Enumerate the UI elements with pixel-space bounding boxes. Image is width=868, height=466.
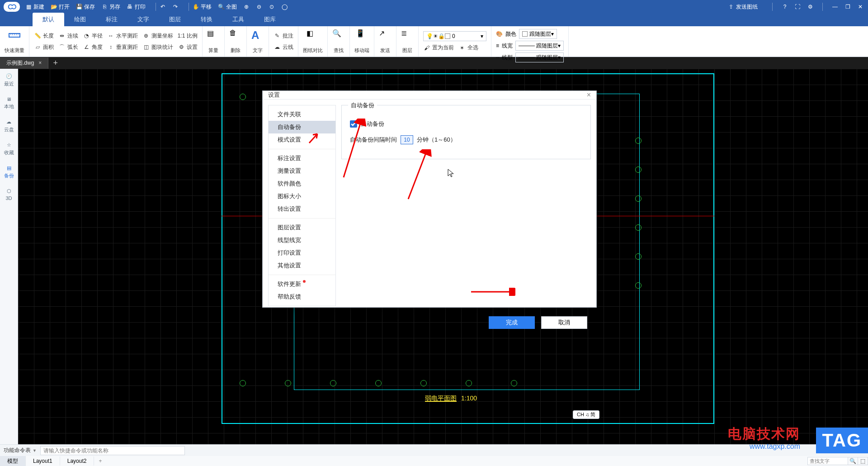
- nav-backup[interactable]: ▤备份: [4, 161, 14, 184]
- tab-default[interactable]: 默认: [33, 13, 64, 26]
- calc-button[interactable]: ▤算量: [203, 26, 225, 57]
- redo-button[interactable]: ↷: [172, 4, 179, 10]
- anno-button[interactable]: ✎批注: [274, 32, 293, 40]
- minimize-button[interactable]: —: [831, 3, 839, 11]
- tab-convert[interactable]: 转换: [191, 13, 222, 26]
- file-tab[interactable]: 示例图.dwg×: [0, 57, 48, 69]
- arc-button[interactable]: ⌒弧长: [58, 43, 78, 51]
- sidebar-item-autobackup[interactable]: 自动备份: [269, 121, 335, 133]
- save-button[interactable]: 💾保存: [76, 3, 95, 11]
- cancel-button[interactable]: 取消: [541, 316, 587, 329]
- search-icon: 🔍: [332, 29, 345, 42]
- find-text-button[interactable]: 🔍: [848, 457, 858, 465]
- cloud-button[interactable]: ☁云线: [274, 43, 293, 51]
- fullscreen-button[interactable]: ⛶: [793, 3, 802, 11]
- autobackup-checkbox[interactable]: [350, 120, 357, 128]
- quick-measure-button[interactable]: 快速测量: [0, 26, 29, 57]
- scale-button[interactable]: 1:1比例: [178, 32, 198, 40]
- undo-button[interactable]: ↶: [160, 4, 166, 10]
- send-drawing-button[interactable]: ⇪发送图纸: [728, 3, 758, 11]
- area-button[interactable]: ▱面积: [34, 43, 54, 51]
- print-button[interactable]: 🖶打印: [127, 3, 146, 11]
- length-button[interactable]: 📏长度: [34, 32, 54, 40]
- nav-recent[interactable]: 🕘最近: [4, 69, 14, 92]
- command-input[interactable]: [40, 446, 185, 455]
- vdist-button[interactable]: ↕垂直测距: [107, 43, 138, 51]
- tab-text[interactable]: 文字: [127, 13, 159, 26]
- sidebar-item-ltlw[interactable]: 线型线宽: [269, 234, 335, 247]
- nav-local[interactable]: 🖥本地: [4, 92, 14, 114]
- nav-cloud[interactable]: ☁云盘: [4, 114, 14, 138]
- sidebar-item-color[interactable]: 软件颜色: [269, 177, 335, 190]
- monitor-icon: 🖥: [6, 96, 11, 102]
- saveas-button[interactable]: ⎘另存: [101, 3, 120, 11]
- compare-button[interactable]: ◧图纸对比: [298, 26, 328, 57]
- sidebar-item-print[interactable]: 打印设置: [269, 247, 335, 259]
- sidebar-item-iconsize[interactable]: 图标大小: [269, 190, 335, 203]
- send-button[interactable]: ↗发送: [374, 26, 396, 57]
- interval-input[interactable]: [401, 135, 413, 144]
- add-tab-button[interactable]: +: [48, 58, 62, 68]
- layers-button[interactable]: ≣图层: [396, 26, 419, 57]
- fit-button[interactable]: 🔍全图: [218, 3, 237, 11]
- mobile-button[interactable]: 📱移动端: [350, 26, 374, 57]
- ok-button[interactable]: 完成: [489, 316, 535, 329]
- find-text-input[interactable]: [807, 457, 848, 465]
- sidebar-item-layerset[interactable]: 图层设置: [269, 221, 335, 234]
- new-button[interactable]: ▦新建: [25, 3, 44, 11]
- color-label: 颜色: [505, 30, 516, 38]
- settings-button[interactable]: ⚙: [806, 3, 814, 11]
- setcurrent-button[interactable]: 🖌置为当前: [423, 44, 454, 52]
- tab-layer[interactable]: 图层: [159, 13, 191, 26]
- backup-icon: ▤: [7, 165, 11, 171]
- nav-3d[interactable]: ⬡3D: [5, 184, 12, 205]
- coord-button[interactable]: ⊕测量坐标: [142, 32, 173, 40]
- tab-draw[interactable]: 绘图: [64, 13, 96, 26]
- lw-icon: ≡: [496, 43, 499, 49]
- tab-library[interactable]: 图库: [254, 13, 286, 26]
- zoom-win-button[interactable]: ⊙: [269, 4, 275, 10]
- tab-tools[interactable]: 工具: [222, 13, 254, 26]
- hdist-button[interactable]: ↔水平测距: [107, 32, 138, 40]
- command-label[interactable]: 功能命令表▼: [0, 447, 40, 454]
- layer-dropdown[interactable]: 💡☀🔒 0▾: [423, 31, 486, 41]
- tab-annotate[interactable]: 标注: [96, 13, 127, 26]
- layout-model[interactable]: 模型: [0, 456, 26, 466]
- zoom-in-button[interactable]: ⊕: [243, 4, 250, 10]
- nav-fav[interactable]: ☆收藏: [4, 138, 14, 161]
- radius-button[interactable]: ◔半径: [83, 32, 103, 40]
- pan-button[interactable]: ✋平移: [193, 3, 212, 11]
- continuous-button[interactable]: ⇹连续: [58, 32, 78, 40]
- close-tab-icon[interactable]: ×: [38, 60, 42, 66]
- zoom-out-button[interactable]: ⊖: [256, 4, 262, 10]
- help-button[interactable]: ?: [781, 3, 789, 11]
- zoom-ext-button[interactable]: ◯: [281, 4, 288, 10]
- settings-ribbon-button[interactable]: ⚙设置: [178, 43, 198, 51]
- angle-button[interactable]: ∠角度: [83, 43, 103, 51]
- sidebar-item-other[interactable]: 其他设置: [269, 259, 335, 272]
- layout-2[interactable]: Layout2: [60, 456, 94, 466]
- close-button[interactable]: ✕: [856, 3, 864, 11]
- status-toggle[interactable]: ⬚: [858, 457, 868, 465]
- open-button[interactable]: 📂打开: [51, 3, 70, 11]
- color-dropdown[interactable]: 跟随图层▾: [519, 29, 557, 39]
- sidebar-item-meas[interactable]: 测量设置: [269, 165, 335, 177]
- maximize-button[interactable]: ❐: [844, 3, 852, 11]
- dialog-close-icon[interactable]: ×: [587, 91, 591, 99]
- blkstat-button[interactable]: ◫图块统计: [142, 43, 173, 51]
- add-layout-button[interactable]: +: [94, 458, 106, 464]
- layout-1[interactable]: Layout1: [26, 456, 60, 466]
- lt-dropdown[interactable]: ——— 跟随图层▾: [515, 52, 564, 62]
- text-big-button[interactable]: A文字: [247, 26, 269, 57]
- selall-button[interactable]: ✶全选: [458, 44, 478, 52]
- delete-button[interactable]: 🗑删除: [225, 26, 247, 57]
- sidebar-item-help[interactable]: 帮助反馈: [269, 290, 335, 303]
- find-button[interactable]: 🔍查找: [328, 26, 350, 57]
- sidebar-item-anno[interactable]: 标注设置: [269, 152, 335, 165]
- sidebar-item-mode[interactable]: 模式设置: [269, 133, 335, 146]
- lw-dropdown[interactable]: ——— 跟随图层▾: [515, 41, 564, 51]
- arc-icon: ⌒: [58, 43, 66, 51]
- sidebar-item-assoc[interactable]: 文件关联: [269, 108, 335, 121]
- sidebar-item-export[interactable]: 转出设置: [269, 203, 335, 215]
- sidebar-item-update[interactable]: 软件更新: [269, 278, 335, 290]
